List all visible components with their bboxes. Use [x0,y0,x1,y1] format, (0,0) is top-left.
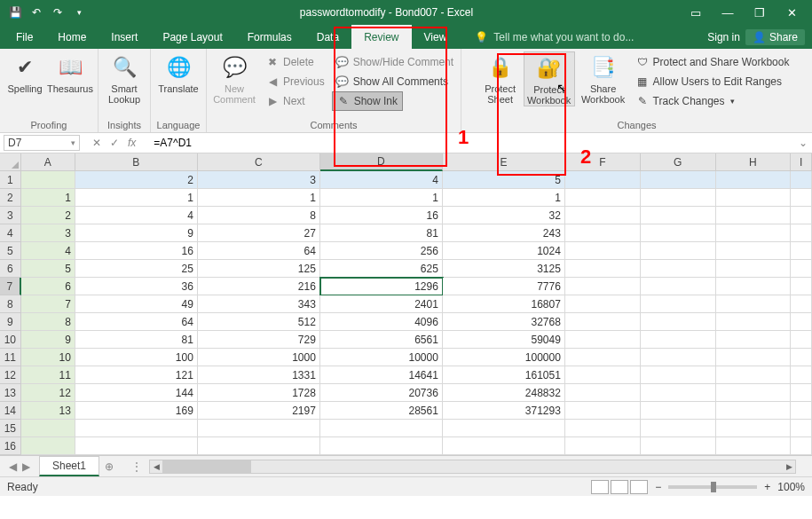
cell[interactable] [716,224,792,242]
cell[interactable] [641,366,716,384]
cell[interactable] [198,420,320,437]
close-icon[interactable]: ✕ [780,3,803,22]
cell[interactable]: 5 [443,171,565,189]
minimize-icon[interactable]: — [716,3,739,22]
cell[interactable] [716,331,792,349]
cell[interactable]: 256 [320,242,443,260]
cell[interactable]: 28561 [320,402,443,420]
cancel-formula-icon[interactable]: ✕ [92,137,101,149]
cell[interactable] [791,331,812,349]
cell[interactable]: 1296 [320,278,443,295]
cell[interactable] [565,189,641,207]
tab-file[interactable]: File [4,25,45,49]
row-header[interactable]: 1 [0,171,21,189]
scroll-left-icon[interactable]: ◀ [150,460,162,473]
cell[interactable] [320,437,443,455]
cell[interactable] [791,420,812,437]
cell[interactable] [791,313,812,331]
cell[interactable] [641,331,716,349]
cell[interactable] [565,437,641,455]
row-header[interactable]: 13 [0,384,21,402]
tab-split-icon[interactable]: ⋮ [131,460,142,473]
cell[interactable] [791,402,812,420]
cell[interactable] [791,224,812,242]
cell[interactable]: 81 [320,224,443,242]
cell[interactable] [641,295,716,313]
cell[interactable] [565,313,641,331]
cell[interactable]: 4 [21,242,75,260]
cell[interactable]: 248832 [443,384,565,402]
cell[interactable]: 10 [21,349,75,366]
cell[interactable] [716,171,792,189]
share-workbook-button[interactable]: 📑 Share Workbook [579,51,628,105]
cell[interactable] [21,420,75,437]
cell[interactable]: 9 [75,224,198,242]
cell[interactable] [565,224,641,242]
formula-input[interactable] [150,133,794,153]
cell[interactable] [791,295,812,313]
delete-comment-button[interactable]: ✖ Delete [262,52,318,72]
cell[interactable] [791,242,812,260]
thesaurus-button[interactable]: 📖 Thesaurus [48,51,92,94]
zoom-slider-thumb[interactable] [711,482,716,492]
spelling-button[interactable]: ✔︎ Spelling [5,51,44,94]
page-break-view-icon[interactable] [630,480,648,494]
column-header[interactable]: B [75,153,198,171]
row-header[interactable]: 5 [0,242,21,260]
cell[interactable]: 16807 [443,295,565,313]
cell[interactable] [716,349,792,366]
column-header[interactable]: F [565,153,641,171]
cell[interactable]: 3 [198,171,320,189]
tab-review[interactable]: Review [351,25,411,49]
cell[interactable]: 2 [21,207,75,224]
row-header[interactable]: 16 [0,437,21,455]
next-comment-button[interactable]: ▶ Next [262,91,309,111]
cell[interactable] [641,402,716,420]
cell[interactable]: 25 [75,260,198,278]
cell[interactable] [641,207,716,224]
cell[interactable]: 8 [198,207,320,224]
protect-share-workbook-button[interactable]: 🛡 Protect and Share Workbook [632,52,793,72]
cell[interactable] [75,437,198,455]
cell[interactable]: 3 [21,224,75,242]
cell[interactable] [716,402,792,420]
cell[interactable]: 32 [443,207,565,224]
cell[interactable]: 1 [198,189,320,207]
ribbon-display-options-icon[interactable]: ▭ [684,3,707,22]
protect-workbook-button[interactable]: 🔐 Protect Workbook ↖ [524,51,575,106]
qat-customize-icon[interactable]: ▾ [69,3,89,22]
row-header[interactable]: 11 [0,349,21,366]
scroll-right-icon[interactable]: ▶ [783,460,795,473]
row-header[interactable]: 12 [0,366,21,384]
cell[interactable] [716,207,792,224]
cell[interactable]: 100000 [443,349,565,366]
redo-icon[interactable]: ↷ [48,3,67,22]
cell[interactable] [565,384,641,402]
column-header[interactable]: D [320,153,443,171]
column-header[interactable]: H [716,153,792,171]
column-header[interactable]: I [791,153,812,171]
row-header[interactable]: 9 [0,313,21,331]
cell[interactable]: 20736 [320,384,443,402]
cell[interactable]: 8 [21,313,75,331]
cell[interactable] [198,437,320,455]
cell[interactable]: 216 [198,278,320,295]
cell[interactable]: 512 [198,313,320,331]
cell[interactable]: 343 [198,295,320,313]
tab-formulas[interactable]: Formulas [235,25,304,49]
zoom-level[interactable]: 100% [777,481,805,493]
cell[interactable]: 11 [21,366,75,384]
cell[interactable]: 4096 [320,313,443,331]
chevron-down-icon[interactable]: ▾ [71,138,75,147]
cell[interactable] [791,278,812,295]
cell[interactable]: 4 [75,207,198,224]
cell[interactable]: 2 [75,171,198,189]
cell[interactable]: 1331 [198,366,320,384]
cell[interactable]: 7 [21,295,75,313]
cell[interactable]: 5 [21,260,75,278]
cell[interactable] [565,402,641,420]
cell[interactable]: 625 [320,260,443,278]
cell[interactable] [565,207,641,224]
cell[interactable] [791,207,812,224]
cell[interactable] [641,349,716,366]
